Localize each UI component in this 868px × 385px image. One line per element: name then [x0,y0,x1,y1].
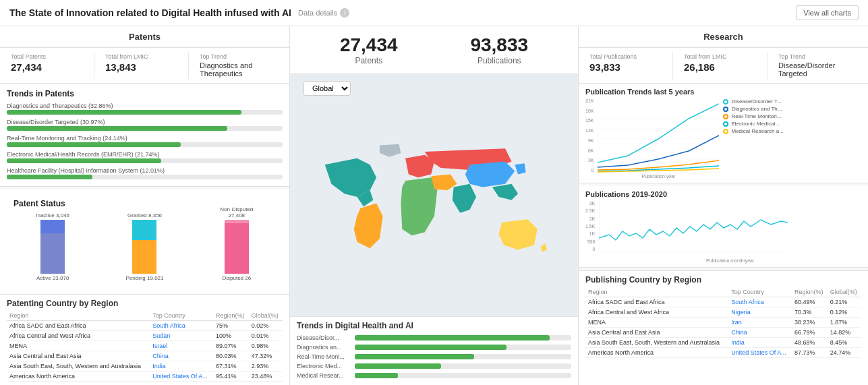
table-cell: 60.49% [792,297,828,307]
col-global-pct: Global(%) [249,311,283,321]
big-patents-num: 27,434 [340,34,398,56]
patents-top-trend-label: Top Trend [200,53,279,60]
table-cell: 0.21% [828,297,861,307]
info-icon[interactable]: i [340,8,349,18]
table-cell: 2.93% [249,361,283,372]
disputed-label: Disputed 26 [222,275,251,281]
nondisputed-label: Non-Disputed 27,408 [216,206,257,218]
patent-trend-item: Real-Time Monitoring and Tracking (24.14… [0,134,289,150]
col-top-country: Top Country [150,311,213,321]
horiz-trend-item: Disease/Disor... [297,334,571,341]
total-patents-value: 27,434 [11,61,90,73]
horiz-trend-item: Diagnostics an... [297,344,571,351]
table-cell: 8.45% [828,338,861,348]
table-cell[interactable]: Israel [150,341,213,351]
pending-segment [132,240,156,274]
patent-trend-item: Disease/Disorder Targeted (30.97%) [0,117,289,134]
south-america [353,203,382,248]
table-row: Americas North AmericaUnited States Of A… [585,348,861,358]
research-top-trend-label: Top Trend [778,53,857,60]
table-cell: 100% [213,331,249,341]
horiz-bar-bg [355,345,571,350]
table-cell[interactable]: Iran [728,318,792,328]
pubs-2019-svg: Jan-19 Apr-19 Jul-19 Oct-19 Jan-20 Apr-2… [599,201,788,251]
research-panel-title: Research [579,26,868,48]
inactive-segment [40,220,65,233]
horiz-bar-fill [355,345,507,350]
table-cell[interactable]: India [728,338,792,348]
table-cell: 87.73% [792,348,828,358]
horiz-trend-item: Electronic Med... [297,363,571,369]
pub-col-global-pct: Global(%) [828,287,861,297]
horiz-bar-fill [355,373,398,378]
inactive-label: Inactive 3,046 [36,212,69,218]
active-segment [40,233,65,274]
table-cell[interactable]: United States Of A... [150,372,213,382]
table-cell[interactable]: United States Of A... [728,348,792,358]
table-cell[interactable]: South Africa [728,297,792,307]
table-cell[interactable]: Sudan [150,331,213,341]
table-row: MENAIsrael89.07%0.98% [7,341,283,351]
col-region-pct: Region(%) [213,311,249,321]
trend-bar-fill [7,142,181,147]
table-cell[interactable]: China [150,351,213,361]
trend-label: Electronic Medical/Health Records (EMR/E… [7,151,283,158]
table-cell[interactable]: India [150,361,213,372]
table-cell: 48.68% [792,338,828,348]
legend-medical-research [723,129,728,134]
world-map [290,102,578,316]
table-cell[interactable]: South Africa [150,321,213,331]
pub-trends-legend: Disease/Disorder T... Diagnostics and Th… [723,98,784,179]
pending-label: Pending 19,021 [125,275,163,281]
table-cell: Africa Central and West Africa [7,331,150,341]
table-row: MENAIran38.23%1.87% [585,318,861,328]
table-cell: 0.12% [828,307,861,318]
research-top-trend-stat: Top Trend Disease/Disorder Targeted [774,52,861,79]
digital-health-trends: Trends in Digital Health and AI Disease/… [290,316,578,385]
patent-status-section: Patent Status Inactive 3,046 Active 23,8… [0,189,289,294]
table-cell: 0.98% [249,341,283,351]
pub-trends-svg: 2016 2017 2018 2019 2020 [598,98,719,173]
table-cell: 23.48% [249,372,283,382]
research-lmic-value: 26,186 [684,61,763,73]
patent-status-chart: Inactive 3,046 Active 23,870 Granted 8,3… [7,214,283,281]
nondisputed-segment [225,223,249,274]
research-lmic-label: Total from LMIC [684,53,763,60]
table-row: Asia Central and East AsiaChina66.79%14.… [585,328,861,338]
table-cell: 14.82% [828,328,861,338]
table-cell: Americas North America [585,348,728,358]
patents-trends-title: Trends in Patents [0,84,289,101]
table-cell: 80.03% [213,351,249,361]
table-cell: Asia Central and East Asia [585,328,728,338]
total-patents-label: Total Patents [11,53,90,60]
total-patents-stat: Total Patents 27,434 [7,52,94,79]
table-row: Americas North AmericaUnited States Of A… [7,372,283,382]
table-cell: Asia Central and East Asia [7,351,150,361]
patents-trends-section: Trends in Patents Diagnostics and Therap… [0,84,289,187]
table-cell[interactable]: China [728,328,792,338]
se-asia [492,183,517,200]
data-details-label: Data details i [298,8,349,18]
patenting-table: Region Top Country Region(%) Global(%) A… [7,311,283,382]
horiz-trend-label: Real-Time Moni... [297,353,351,360]
global-select[interactable]: Global [303,81,351,96]
patents-lmic-value: 13,843 [105,61,184,73]
horiz-trend-label: Medical Resear... [297,372,351,379]
col-region: Region [7,311,150,321]
center-panel: 27,434 Patents 93,833 Publications Globa… [290,26,578,385]
pubs-2019-chart: Publications 2019-2020 3K 2.5K 2K 1.5K 1… [579,186,868,268]
patents-panel: Patents Total Patents 27,434 Total from … [0,26,290,385]
table-row: Africa Central and West AfricaNigeria70.… [585,307,861,318]
table-row: Africa Central and West AfricaSudan100%0… [7,331,283,341]
trend-bar-bg [7,175,283,179]
view-all-charts-button[interactable]: View all charts [796,5,859,20]
legend-diagnostics [723,107,728,112]
legend-realtime [723,114,728,119]
research-top-trend-value: Disease/Disorder Targeted [778,61,857,78]
horiz-trend-item: Medical Resear... [297,372,571,379]
horiz-bar-bg [355,363,571,369]
legend-disease [723,99,728,105]
greenland [379,144,401,156]
table-cell[interactable]: Nigeria [728,307,792,318]
patents-top-trend-value: Diagnostics and Therapeutics [200,61,279,78]
